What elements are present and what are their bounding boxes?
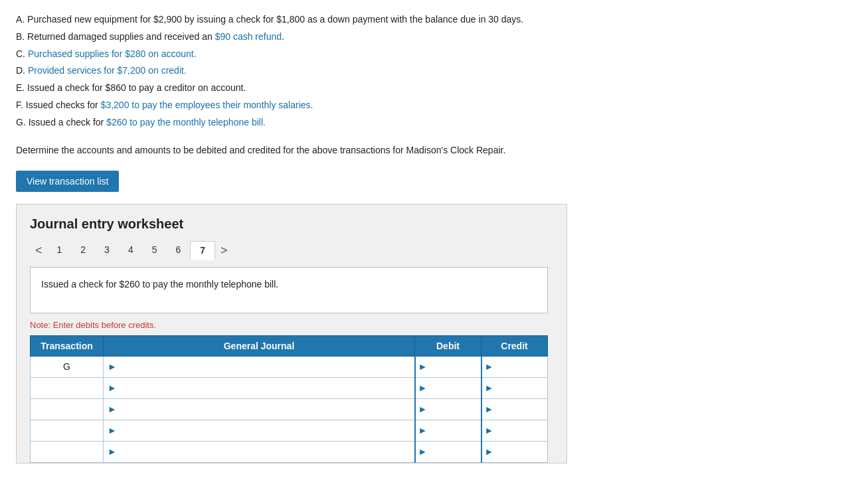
tabs-row: < 1 2 3 4 5 6 7 > — [30, 241, 553, 260]
tab-3[interactable]: 3 — [95, 241, 119, 260]
tab-4[interactable]: 4 — [119, 241, 143, 260]
problem-text: A. Purchased new equipment for $2,900 by… — [16, 12, 852, 131]
cell-gj-2[interactable]: ► — [104, 377, 415, 398]
gj-input-4[interactable] — [120, 421, 395, 440]
transaction-description: Issued a check for $260 to pay the month… — [30, 267, 548, 313]
journal-table: Transaction General Journal Debit Credit… — [30, 335, 548, 463]
transaction-g: G. Issued a check for $260 to pay the mo… — [16, 115, 852, 131]
debit-input-2[interactable] — [430, 378, 480, 397]
credit-arrow-2: ► — [485, 382, 494, 393]
cell-credit-3[interactable]: ► — [481, 398, 548, 420]
note-text: Note: Enter debits before credits. — [30, 320, 553, 330]
debit-input-4[interactable] — [430, 421, 480, 440]
cell-debit-4[interactable]: ► — [415, 420, 481, 441]
worksheet-title: Journal entry worksheet — [30, 216, 553, 232]
credit-input-3[interactable] — [496, 400, 547, 418]
arrow-icon-3: ► — [108, 404, 117, 414]
tab-7[interactable]: 7 — [190, 241, 215, 260]
cell-debit-5[interactable]: ► — [415, 441, 481, 462]
table-row: ► ► ► — [31, 441, 548, 462]
next-tab-arrow[interactable]: > — [215, 241, 233, 260]
cell-gj-3[interactable]: ► — [104, 398, 415, 420]
worksheet-container: Journal entry worksheet < 1 2 3 4 5 6 7 … — [16, 204, 567, 463]
debit-arrow-2: ► — [418, 382, 428, 393]
credit-input-4[interactable] — [496, 421, 547, 440]
cell-credit-1[interactable]: ► — [481, 356, 548, 377]
transaction-b: B. Returned damaged supplies and receive… — [16, 29, 852, 45]
view-transaction-list-button[interactable]: View transaction list — [16, 171, 119, 192]
arrow-icon-2: ► — [108, 382, 117, 393]
prev-tab-arrow[interactable]: < — [30, 241, 48, 260]
debit-arrow-3: ► — [418, 404, 428, 414]
credit-arrow-4: ► — [485, 425, 494, 436]
arrow-icon-1: ► — [108, 361, 117, 372]
credit-input-1[interactable] — [496, 357, 547, 376]
credit-arrow-1: ► — [485, 361, 494, 372]
cell-debit-3[interactable]: ► — [415, 398, 481, 420]
credit-arrow-5: ► — [485, 446, 494, 457]
table-row: ► ► ► — [31, 377, 548, 398]
debit-arrow-1: ► — [418, 361, 428, 372]
table-row: ► ► ► — [31, 398, 548, 420]
transaction-f: F. Issued checks for $3,200 to pay the e… — [16, 98, 852, 114]
transaction-e: E. Issued a check for $860 to pay a cred… — [16, 80, 852, 96]
debit-arrow-4: ► — [418, 425, 428, 436]
gj-input-5[interactable] — [120, 442, 395, 461]
cell-transaction-5 — [31, 441, 104, 462]
table-row: ► ► ► — [31, 420, 548, 441]
cell-debit-2[interactable]: ► — [415, 377, 481, 398]
table-row: G ► ► ► — [31, 356, 548, 377]
credit-input-5[interactable] — [496, 442, 547, 461]
cell-gj-1[interactable]: ► — [104, 356, 415, 377]
tab-1[interactable]: 1 — [48, 241, 72, 260]
debit-input-5[interactable] — [430, 442, 480, 461]
debit-arrow-5: ► — [418, 446, 428, 457]
cell-debit-1[interactable]: ► — [415, 356, 481, 377]
transaction-a: A. Purchased new equipment for $2,900 by… — [16, 12, 852, 28]
gj-input-1[interactable] — [120, 357, 395, 376]
gj-input-2[interactable] — [120, 378, 395, 397]
cell-credit-4[interactable]: ► — [481, 420, 548, 441]
arrow-icon-5: ► — [108, 446, 117, 457]
cell-transaction-1: G — [31, 356, 104, 377]
tab-5[interactable]: 5 — [143, 241, 167, 260]
arrow-icon-4: ► — [108, 425, 117, 436]
cell-gj-4[interactable]: ► — [104, 420, 415, 441]
credit-input-2[interactable] — [496, 378, 547, 397]
transaction-c: C. Purchased supplies for $280 on accoun… — [16, 46, 852, 62]
cell-transaction-2 — [31, 377, 104, 398]
cell-credit-2[interactable]: ► — [481, 377, 548, 398]
transaction-d: D. Provided services for $7,200 on credi… — [16, 63, 852, 79]
cell-credit-5[interactable]: ► — [481, 441, 548, 462]
gj-input-3[interactable] — [120, 400, 395, 418]
col-header-transaction: Transaction — [31, 335, 104, 356]
col-header-debit: Debit — [415, 335, 481, 356]
col-header-general-journal: General Journal — [104, 335, 415, 356]
cell-gj-5[interactable]: ► — [104, 441, 415, 462]
tab-2[interactable]: 2 — [71, 241, 95, 260]
debit-input-3[interactable] — [430, 400, 480, 418]
cell-transaction-3 — [31, 398, 104, 420]
credit-arrow-3: ► — [485, 404, 494, 414]
tab-6[interactable]: 6 — [167, 241, 191, 260]
col-header-credit: Credit — [481, 335, 548, 356]
cell-transaction-4 — [31, 420, 104, 441]
debit-input-1[interactable] — [430, 357, 480, 376]
instruction-text: Determine the accounts and amounts to be… — [16, 143, 852, 157]
